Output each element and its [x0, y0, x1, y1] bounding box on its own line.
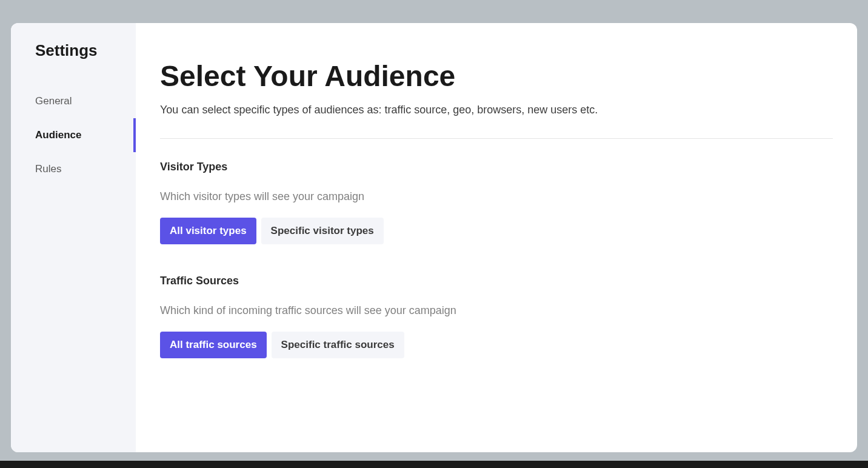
sidebar-item-audience[interactable]: Audience	[11, 118, 136, 152]
section-traffic-sources: Traffic Sources Which kind of incoming t…	[160, 275, 833, 358]
page-subtitle: You can select specific types of audienc…	[160, 104, 833, 116]
sidebar-title: Settings	[11, 41, 136, 60]
specific-traffic-sources-button[interactable]: Specific traffic sources	[272, 332, 404, 358]
sidebar: Settings General Audience Rules	[11, 23, 136, 452]
section-title: Traffic Sources	[160, 275, 833, 287]
sidebar-item-label: Audience	[35, 129, 82, 141]
all-visitor-types-button[interactable]: All visitor types	[160, 218, 256, 244]
section-visitor-types: Visitor Types Which visitor types will s…	[160, 161, 833, 244]
specific-visitor-types-button[interactable]: Specific visitor types	[261, 218, 384, 244]
traffic-sources-toggle-group: All traffic sources Specific traffic sou…	[160, 332, 833, 358]
footer-bar	[0, 461, 868, 468]
section-description: Which visitor types will see your campai…	[160, 190, 833, 203]
divider	[160, 138, 833, 139]
sidebar-item-general[interactable]: General	[11, 84, 136, 118]
main-content: Select Your Audience You can select spec…	[136, 23, 857, 452]
all-traffic-sources-button[interactable]: All traffic sources	[160, 332, 267, 358]
visitor-types-toggle-group: All visitor types Specific visitor types	[160, 218, 833, 244]
sidebar-item-label: General	[35, 95, 72, 107]
page-title: Select Your Audience	[160, 59, 833, 93]
settings-card: Settings General Audience Rules Select Y…	[11, 23, 857, 452]
sidebar-item-label: Rules	[35, 163, 61, 175]
sidebar-item-rules[interactable]: Rules	[11, 152, 136, 186]
section-description: Which kind of incoming traffic sources w…	[160, 304, 833, 317]
section-title: Visitor Types	[160, 161, 833, 173]
